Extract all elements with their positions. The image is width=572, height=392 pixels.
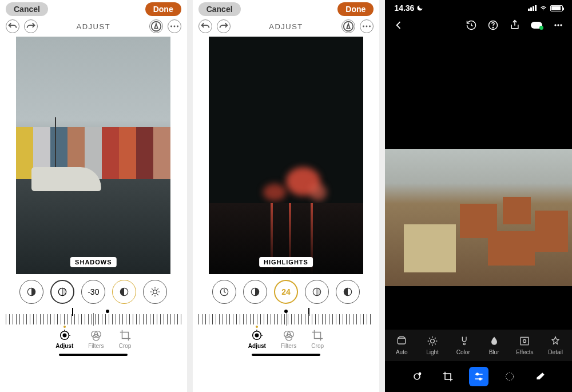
ruler-slider[interactable] — [6, 310, 181, 324]
overflow-icon[interactable] — [553, 19, 564, 31]
top-bar: Cancel Done — [0, 0, 187, 16]
cat-blur[interactable]: Blur — [479, 335, 510, 355]
adjustment-badge: SHADOWS — [70, 257, 116, 267]
cat-label: Effects — [516, 349, 533, 355]
redo-icon[interactable] — [24, 19, 38, 33]
sliders-icon[interactable] — [469, 367, 488, 386]
cat-light[interactable]: Light — [417, 335, 448, 355]
signal-icon — [528, 5, 537, 11]
svg-point-43 — [419, 373, 420, 374]
category-row: Auto Light Color Blur Effects Detail — [385, 330, 572, 361]
home-indicator[interactable] — [252, 354, 320, 356]
blackpoint-dial[interactable] — [336, 280, 360, 304]
cat-label: Detail — [548, 349, 563, 355]
photo-preview[interactable]: HIGHLIGHTS — [209, 37, 363, 274]
svg-point-41 — [523, 340, 526, 343]
share-icon[interactable] — [509, 19, 521, 31]
status-time: 14.36 — [394, 3, 423, 13]
photo-preview[interactable]: SHADOWS — [16, 37, 170, 274]
done-button[interactable]: Done — [337, 2, 374, 16]
cancel-button[interactable]: Cancel — [6, 2, 48, 16]
tool-row — [385, 361, 572, 392]
svg-line-21 — [224, 292, 226, 293]
exposure-dial[interactable] — [19, 280, 43, 304]
eraser-icon[interactable] — [531, 367, 550, 386]
shadows-dial[interactable] — [305, 280, 329, 304]
svg-point-36 — [560, 24, 562, 26]
tab-filters[interactable]: Filters — [88, 329, 104, 349]
tab-adjust-label: Adjust — [248, 343, 266, 349]
back-icon[interactable] — [393, 19, 404, 31]
cloud-sync-icon[interactable] — [531, 19, 542, 31]
ruler-slider[interactable] — [198, 310, 374, 324]
contrast-dial[interactable] — [243, 280, 267, 304]
svg-point-48 — [506, 373, 513, 380]
svg-point-1 — [170, 26, 172, 27]
markup-icon[interactable] — [149, 19, 163, 33]
cat-color[interactable]: Color — [448, 335, 479, 355]
svg-point-3 — [177, 26, 178, 27]
svg-rect-40 — [521, 337, 529, 345]
top-toolbar — [385, 14, 572, 37]
screen-title: ADJUST — [269, 22, 303, 31]
exposure-dial[interactable] — [212, 280, 236, 304]
editor-panel-shadows: Cancel Done ADJUST SHADOWS -30 — [0, 0, 187, 392]
status-bar: 14.36 — [385, 0, 572, 14]
tab-adjust[interactable]: Adjust — [248, 329, 266, 349]
cat-label: Light — [426, 349, 439, 355]
crop-icon[interactable] — [438, 367, 458, 386]
tab-filters-label: Filters — [281, 343, 296, 349]
tab-filters-label: Filters — [88, 343, 104, 349]
dial-row: 24 — [193, 280, 380, 304]
editor-panel-dark: 14.36 Auto Light Color Blur Effects Deta… — [385, 0, 572, 392]
highlights-dial[interactable] — [112, 280, 136, 304]
done-button[interactable]: Done — [145, 2, 181, 16]
cancel-button[interactable]: Cancel — [198, 2, 241, 16]
svg-point-18 — [369, 26, 371, 27]
tab-crop-label: Crop — [311, 343, 324, 349]
ruler-origin-dot — [106, 310, 109, 313]
tab-crop[interactable]: Crop — [119, 329, 132, 349]
battery-icon — [550, 5, 563, 11]
home-indicator[interactable] — [59, 354, 128, 356]
tab-filters[interactable]: Filters — [281, 329, 296, 349]
help-icon[interactable] — [487, 19, 499, 31]
svg-point-16 — [363, 26, 364, 27]
svg-point-17 — [366, 26, 368, 27]
photo-preview[interactable] — [385, 149, 572, 286]
svg-point-34 — [554, 24, 556, 26]
history-icon[interactable] — [466, 19, 477, 31]
tab-adjust[interactable]: Adjust — [55, 329, 73, 349]
wifi-icon — [539, 5, 548, 11]
svg-point-39 — [463, 343, 465, 345]
svg-point-35 — [557, 24, 559, 26]
dial-row: -30 — [0, 280, 187, 304]
svg-point-26 — [256, 334, 259, 337]
vignette-icon[interactable] — [500, 367, 519, 386]
edit-mode-tabs: Adjust Filters Crop — [0, 329, 187, 349]
undo-icon[interactable] — [198, 19, 212, 33]
svg-point-45 — [476, 373, 478, 375]
cat-label: Blur — [489, 349, 499, 355]
more-icon[interactable] — [360, 19, 374, 33]
brightness-dial[interactable] — [143, 280, 167, 304]
cat-effects[interactable]: Effects — [509, 335, 540, 355]
svg-point-2 — [173, 26, 175, 27]
markup-icon[interactable] — [341, 19, 355, 33]
healing-icon[interactable] — [407, 367, 427, 386]
svg-point-33 — [492, 27, 493, 28]
cat-auto[interactable]: Auto — [386, 335, 417, 355]
svg-point-47 — [479, 378, 481, 380]
svg-point-9 — [63, 334, 66, 337]
tab-crop[interactable]: Crop — [311, 329, 324, 349]
redo-icon[interactable] — [217, 19, 231, 33]
editor-panel-highlights: Cancel Done ADJUST HIGHLIGHTS 24 — [193, 0, 380, 392]
value-dial[interactable]: -30 — [81, 280, 105, 304]
tab-adjust-label: Adjust — [55, 343, 73, 349]
shadows-dial[interactable] — [50, 280, 74, 304]
undo-icon[interactable] — [6, 19, 19, 33]
value-dial[interactable]: 24 — [274, 280, 298, 304]
more-icon[interactable] — [168, 19, 181, 33]
cat-detail[interactable]: Detail — [540, 335, 571, 355]
svg-point-38 — [431, 339, 435, 343]
